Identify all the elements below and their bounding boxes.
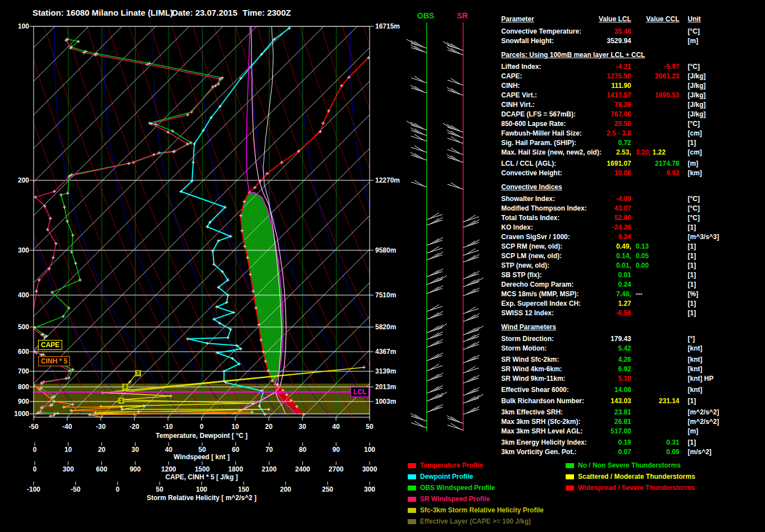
altitude-label: 2013m [375,383,396,391]
boxed-label-lcl: LCL [351,387,369,397]
axis-tick-label: -10 [163,423,172,431]
table-row: CAPE:1275.502061.23[J/kg] [501,72,725,82]
cape-axis-title: CAPE, CINH * 5 [ J/kg ] [165,473,237,481]
wind-barb [411,147,427,152]
table-row: Effective Shear 6000:14.08[knt] [501,386,725,395]
axis-tick-label: 10 [64,446,72,454]
table-row: Exp. Supercell Index CH:1.27[1] [501,300,725,309]
axis-tick-label: 0 [200,423,204,431]
legend-swatch [408,474,416,479]
table-section-header: Parcels: Using 100mB mean layer LCL + CC… [501,51,725,60]
wind-barb [463,309,479,314]
axis-tick-label: 0 [33,446,37,454]
legend-swatch [566,463,574,468]
table-row: CINH Virt.:78.26[J/kg] [501,101,725,110]
table-row: Storm Motion:5.42[knt] [501,344,725,354]
axis-tick-label: 200 [280,486,291,493]
altitude-label: 9580m [375,246,396,254]
table-row: SR Wind Sfc-2km:4.26[knt] [501,356,725,365]
pressure-label: 300 [10,246,29,254]
cape-area [241,192,283,384]
axis-tick-label: 50 [198,446,206,454]
axis-tick-label: 100 [196,486,207,493]
altitude-label: 12270m [375,176,400,184]
wind-barb [427,248,442,253]
axis-tick-label: 150 [238,486,249,493]
table-row: Derecho Comp Param:0.24[1] [501,281,725,290]
axis-tick-label: 900 [129,465,141,473]
table-row: Craven SigSvr / 1000:9.24[m^3/s^3] [501,233,725,242]
axis-tick-label: 40 [165,446,172,454]
table-row: Modified Thompson Index:43.07[°C] [501,204,725,214]
table-row: Sig. Hail Param. (SHIP):0.72[1] [501,139,725,148]
boxed-label-cape: CAPE [38,340,62,350]
table-row: Showalter Index:-4.09[°C] [501,195,725,204]
axis-tick-label: 300 [364,486,375,493]
table-row: Max. Hail Size (new, new2, old):2.53,3.2… [501,148,725,158]
axis-tick-label: 2700 [329,465,344,473]
sr-column-label: SR [457,11,468,20]
wind-barb [427,366,442,371]
obs-column-label: OBS [417,11,434,20]
km-marker-3: 3 [135,370,141,376]
boxed-label-cinh-5: CINH * 5 [38,356,70,366]
legend-swatch [408,486,416,491]
srh-axis-title: Storm Relative Helicity [ m^2/s^2 ] [147,494,256,502]
axis-tick-label: 250 [322,486,333,493]
axis-tick-label: 40 [332,423,339,431]
table-row: 850-600 Lapse Rate:20.50[°C] [501,120,725,129]
axis-tick-label: 0 [116,486,120,493]
profiles [29,26,370,419]
axis-tick-label: 50 [366,423,373,431]
table-row: LCL / CCL (AGL):1691.072174.78[m] [501,160,725,169]
axis-tick-label: 70 [265,446,273,454]
table-row: Bulk Richardson Number:143.03231.14[1] [501,397,725,407]
legend-swatch [566,474,574,479]
pressure-label: 900 [10,398,29,405]
col-unit: Unit [688,15,701,23]
table-row: Snowfall Height:3529.94[m] [501,37,725,46]
table-row: SCP LM (new, old):0.14,0.05[1] [501,252,725,262]
wind-barb [447,425,463,430]
table-row: 3km Energy Helicity Index:0.190.31[1] [501,438,725,448]
axis-tick-label: -40 [62,423,72,431]
wind-barb [411,182,427,187]
axis-tick-label: 3000 [362,465,377,473]
col-value-ccl: Value CCL [636,15,679,23]
axis-tick-label: -20 [129,423,139,431]
axis-tick-label: 20 [98,446,105,454]
axis-tick-label: 1200 [161,465,176,473]
altitude-label: 5820m [375,323,396,331]
table-row: Max 3km SRH (Sfc-2km):26.81[m^2/s^2] [501,418,725,427]
axis-tick-label: 1800 [228,465,243,473]
axis-tick-label: 90 [333,446,340,454]
wind-barb [411,423,427,428]
altitude-label: 1003m [375,398,396,405]
pressure-label: 800 [10,383,29,391]
table-row: SB STP (fix):0.01[1] [501,271,725,281]
table-row: SWISS 12 Index:-6.56[1] [501,309,725,319]
plot-border [34,26,370,417]
table-row: 3km Effective SRH:23.81[m^2/s^2] [501,408,725,418]
wind-barb [463,368,479,373]
pressure-label: 500 [10,323,29,331]
wind-barb [427,306,442,311]
table-row: 3km Vorticity Gen. Pot.:0.070.09[m/s^2] [501,448,725,458]
axis-tick-label: -100 [27,486,40,493]
legend-swatch [408,508,416,513]
pressure-label: 1000 [10,410,29,418]
axis-tick-label: 2100 [262,465,277,473]
time-title: Time: 2300Z [242,8,291,17]
axis-tick-label: 30 [298,423,306,431]
table-row: MCS 18m/s (MMP, MSP):7.48,---[%] [501,290,725,300]
wind-barb [463,217,479,222]
wind-barb [447,184,463,189]
pressure-label: 200 [10,176,29,184]
wind-barb [427,214,442,220]
axis-tick-label: 30 [132,446,139,454]
col-parameter: Parameter [501,15,534,23]
temp-axis-title: Temperature, Dewpoint [ °C ] [156,432,248,440]
table-row: Lifted Index:-4.21-5.97[°C] [501,63,725,72]
wind-barb [447,80,463,85]
pressure-label: 600 [10,348,29,356]
